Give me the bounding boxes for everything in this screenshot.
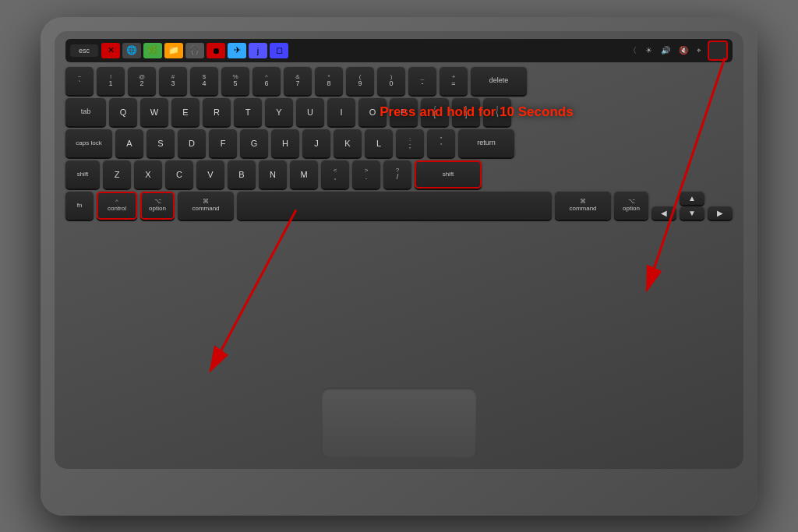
key-backslash[interactable]: |\ [483, 98, 511, 126]
key-t[interactable]: T [234, 98, 262, 126]
key-i[interactable]: I [327, 98, 355, 126]
tb-siri: ⌖ [694, 44, 704, 57]
touch-bar-apps: ✕ 🌐 🌿 📁 🎧 ⏺ ✈ j ◻ [101, 43, 623, 58]
key-quote[interactable]: "' [427, 129, 455, 157]
key-r[interactable]: R [203, 98, 231, 126]
tb-app-9: ◻ [270, 43, 288, 58]
key-g[interactable]: G [240, 129, 268, 157]
key-comma[interactable]: <, [321, 160, 349, 188]
key-period[interactable]: >. [352, 160, 380, 188]
number-row: ~` !1 @2 #3 $4 %5 ^6 &7 [65, 67, 733, 95]
key-semicolon[interactable]: :; [396, 129, 424, 157]
key-7[interactable]: &7 [284, 67, 312, 95]
key-x[interactable]: X [134, 160, 162, 188]
qwerty-row: tab Q W E R T Y U I O P {[ }] |\ Press a… [65, 98, 733, 126]
touch-bar: esc ✕ 🌐 🌿 📁 🎧 ⏺ ✈ j ◻ 〈 ☀ 🔊 🔇 ⌖ [65, 39, 733, 62]
touch-bar-controls: 〈 ☀ 🔊 🔇 ⌖ [626, 44, 704, 58]
key-open-bracket[interactable]: {[ [421, 98, 449, 126]
key-f[interactable]: F [209, 129, 237, 157]
power-button[interactable] [708, 41, 728, 61]
key-return[interactable]: return [458, 129, 514, 157]
key-tilde[interactable]: ~` [65, 67, 94, 95]
key-option-right[interactable]: ⌥ option [614, 192, 648, 220]
key-delete[interactable]: delete [471, 67, 527, 95]
tb-brightness-up: ☀ [642, 44, 655, 56]
key-caps-lock[interactable]: caps lock [65, 129, 112, 157]
key-w[interactable]: W [140, 98, 168, 126]
key-o[interactable]: O [358, 98, 387, 126]
tb-brightness-down: 〈 [626, 44, 640, 58]
key-minus[interactable]: _- [408, 67, 436, 95]
key-z[interactable]: Z [103, 160, 131, 188]
asdf-row: caps lock A S D F G H J K L :; "' return [65, 129, 733, 157]
key-j[interactable]: J [302, 129, 330, 157]
esc-key[interactable]: esc [70, 44, 98, 57]
key-8[interactable]: *8 [315, 67, 343, 95]
key-p[interactable]: P [390, 98, 418, 126]
tb-app-8: j [249, 43, 267, 58]
key-equals[interactable]: += [440, 67, 468, 95]
key-shift-right[interactable]: shift [415, 160, 482, 188]
key-n[interactable]: N [259, 160, 287, 188]
key-b[interactable]: B [228, 160, 256, 188]
key-s[interactable]: S [147, 129, 175, 157]
key-c[interactable]: C [165, 160, 193, 188]
tb-app-5: 🎧 [185, 43, 204, 58]
key-5[interactable]: %5 [221, 67, 249, 95]
tb-app-4: 📁 [164, 43, 183, 58]
key-6[interactable]: ^6 [252, 67, 281, 95]
key-close-bracket[interactable]: }] [452, 98, 480, 126]
key-q[interactable]: Q [109, 98, 137, 126]
tb-volume: 🔊 [658, 44, 673, 56]
key-arrow-left[interactable]: ◀ [651, 206, 676, 220]
key-m[interactable]: M [290, 160, 318, 188]
key-control[interactable]: ^ control [97, 192, 137, 220]
key-y[interactable]: Y [265, 98, 293, 126]
key-l[interactable]: L [365, 129, 393, 157]
key-3[interactable]: #3 [159, 67, 187, 95]
key-option-left[interactable]: ⌥ option [140, 192, 175, 220]
key-1[interactable]: !1 [97, 67, 125, 95]
key-k[interactable]: K [334, 129, 362, 157]
tb-app-1: ✕ [101, 43, 120, 58]
key-9[interactable]: (9 [346, 67, 374, 95]
key-h[interactable]: H [271, 129, 299, 157]
bottom-row: fn ^ control ⌥ option ⌘ command ⌘ comman… [65, 192, 733, 220]
key-e[interactable]: E [171, 98, 200, 126]
trackpad[interactable] [321, 388, 477, 458]
key-2[interactable]: @2 [128, 67, 156, 95]
laptop: esc ✕ 🌐 🌿 📁 🎧 ⏺ ✈ j ◻ 〈 ☀ 🔊 🔇 ⌖ [41, 17, 757, 516]
key-0[interactable]: )0 [377, 67, 405, 95]
key-v[interactable]: V [196, 160, 224, 188]
tb-app-7: ✈ [228, 43, 246, 58]
key-arrow-up[interactable]: ▲ [680, 192, 704, 205]
tb-app-3: 🌿 [143, 43, 162, 58]
key-command-left[interactable]: ⌘ command [178, 192, 234, 220]
key-a[interactable]: A [115, 129, 143, 157]
tb-app-2: 🌐 [122, 43, 141, 58]
svg-line-2 [210, 210, 296, 370]
key-d[interactable]: D [178, 129, 206, 157]
key-u[interactable]: U [296, 98, 324, 126]
key-arrow-down[interactable]: ▼ [680, 206, 704, 220]
key-space[interactable] [237, 192, 552, 220]
key-slash[interactable]: ?/ [383, 160, 411, 188]
key-command-right[interactable]: ⌘ command [555, 192, 611, 220]
zxcv-row: shift Z X C V B N M <, >. ?/ shift [65, 160, 733, 188]
keyboard-area: esc ✕ 🌐 🌿 📁 🎧 ⏺ ✈ j ◻ 〈 ☀ 🔊 🔇 ⌖ [55, 31, 743, 469]
tb-mute: 🔇 [676, 44, 691, 56]
key-shift-left[interactable]: shift [65, 160, 100, 188]
tb-app-6: ⏺ [207, 43, 225, 58]
arrow-key-cluster: ▲ ◀ ▼ ▶ [651, 192, 733, 220]
key-fn[interactable]: fn [65, 192, 94, 220]
key-arrow-right[interactable]: ▶ [708, 206, 733, 220]
key-tab[interactable]: tab [65, 98, 106, 126]
key-4[interactable]: $4 [190, 67, 218, 95]
